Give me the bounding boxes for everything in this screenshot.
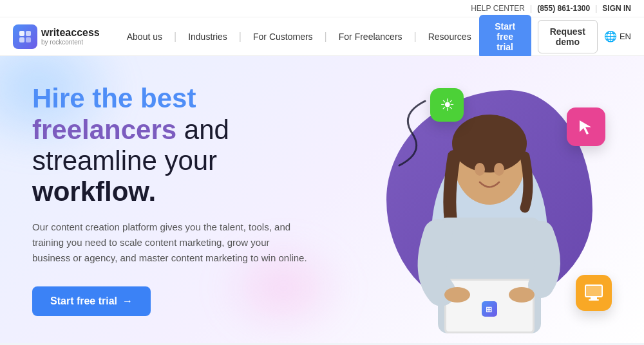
svg-rect-0 xyxy=(19,31,24,36)
divider-2: | xyxy=(595,4,597,13)
globe-icon: 🌐 xyxy=(604,30,617,42)
svg-point-18 xyxy=(444,287,470,303)
monitor-icon xyxy=(584,283,603,303)
nav-divider-3: | xyxy=(323,31,328,42)
sun-float-icon: ☀ xyxy=(430,88,464,122)
hero-title: Hire the best freelancers and streamline… xyxy=(32,83,309,207)
svg-rect-2 xyxy=(19,37,24,42)
phone-number[interactable]: (855) 861-1300 xyxy=(537,4,590,13)
nav-resources[interactable]: Resources xyxy=(421,26,479,47)
logo-text: writeaccess by rockcontent xyxy=(41,27,100,46)
cursor-float-icon xyxy=(567,107,605,146)
nav-divider-1: | xyxy=(173,31,178,42)
divider-1: | xyxy=(530,4,532,13)
hero-title-line1: Hire the best xyxy=(32,83,196,113)
hero-content: Hire the best freelancers and streamline… xyxy=(0,57,335,341)
svg-point-19 xyxy=(509,287,535,303)
logo-name: writeaccess xyxy=(41,27,100,39)
hero-title-bold: workflow. xyxy=(32,176,156,207)
hero-title-highlight: freelancers xyxy=(32,115,176,145)
logo[interactable]: writeaccess by rockcontent xyxy=(13,24,100,49)
nav-for-customers[interactable]: For Customers xyxy=(245,26,321,47)
hero-image-area: ☀ xyxy=(322,56,644,343)
nav-links: About us | Industries | For Customers | … xyxy=(119,26,479,47)
sun-icon: ☀ xyxy=(440,95,455,115)
svg-point-12 xyxy=(494,163,504,176)
request-demo-button[interactable]: Request demo xyxy=(538,20,598,53)
hero-title-line3: streamline your xyxy=(32,145,217,176)
hero-section: Hire the best freelancers and streamline… xyxy=(0,56,644,343)
svg-rect-6 xyxy=(591,297,597,299)
start-trial-nav-button[interactable]: Start free trial xyxy=(479,15,531,59)
lang-label: EN xyxy=(620,32,631,41)
logo-sub: by rockcontent xyxy=(41,39,100,46)
svg-text:⊞: ⊞ xyxy=(486,305,492,314)
svg-rect-1 xyxy=(26,31,31,36)
cta-label: Start free trial xyxy=(50,295,117,307)
help-center-label[interactable]: HELP CENTER xyxy=(471,4,525,13)
cursor-icon xyxy=(577,118,595,136)
start-trial-cta-button[interactable]: Start free trial → xyxy=(32,286,151,316)
nav-divider-4: | xyxy=(413,31,418,42)
language-button[interactable]: 🌐 EN xyxy=(604,30,631,42)
nav-actions: Start free trial Request demo 🌐 EN xyxy=(479,15,631,59)
nav-industries[interactable]: Industries xyxy=(180,26,235,47)
nav-for-freelancers[interactable]: For Freelancers xyxy=(331,26,410,47)
nav-about[interactable]: About us xyxy=(119,26,170,47)
hero-title-and: and xyxy=(184,115,229,145)
svg-rect-5 xyxy=(586,286,601,296)
hero-description: Our content creation platform gives you … xyxy=(32,219,309,266)
logo-icon xyxy=(13,24,37,49)
nav-divider-2: | xyxy=(238,31,243,42)
svg-point-10 xyxy=(452,115,527,172)
svg-rect-3 xyxy=(26,37,31,42)
svg-rect-7 xyxy=(589,299,599,301)
navbar: writeaccess by rockcontent About us | In… xyxy=(0,17,644,56)
monitor-float-icon xyxy=(576,275,612,311)
cta-arrow: → xyxy=(122,295,133,307)
signin-link[interactable]: SIGN IN xyxy=(602,4,631,13)
svg-point-11 xyxy=(475,163,485,176)
